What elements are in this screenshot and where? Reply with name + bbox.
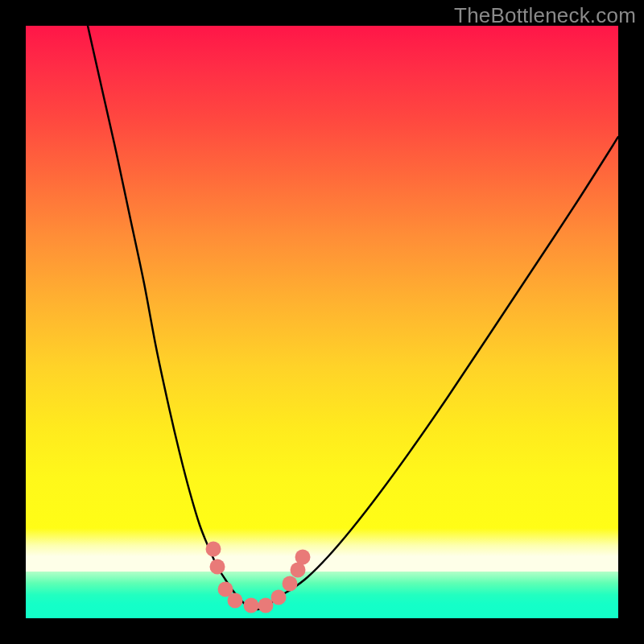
outer-frame: TheBottleneck.com [0,0,644,644]
data-dot [295,550,311,565]
data-dot [210,559,225,575]
curve-left-branch [88,26,238,597]
data-dot [244,598,259,613]
data-dot [206,542,221,557]
data-dot [271,590,287,605]
data-dot [228,593,243,609]
curve-group [88,26,618,609]
chart-svg [26,26,618,618]
data-dots [206,542,311,613]
curve-right-branch [277,137,618,597]
data-dot [283,576,298,592]
plot-area [26,26,618,618]
watermark-text: TheBottleneck.com [454,3,636,28]
data-dot [258,598,274,613]
